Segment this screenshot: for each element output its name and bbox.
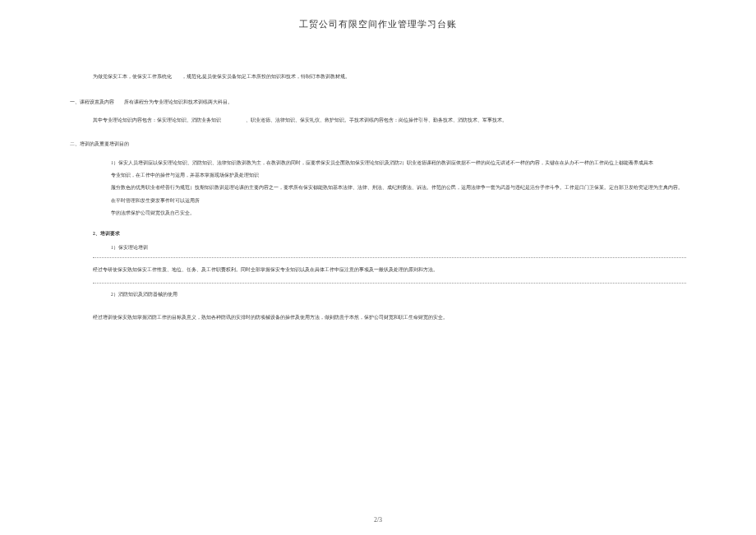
section-3-heading: 2、培训要求 bbox=[70, 231, 686, 237]
section-1-body: 其中专业理论知识内容包含：保安理论知识、消防业务知识 、职业道德、法律知识、保安… bbox=[70, 115, 686, 127]
document-title: 工贸公司有限空间作业管理学习台账 bbox=[0, 0, 756, 30]
section-2-heading: 二、培训的及重要培训目的 bbox=[70, 141, 686, 147]
page-number: 2/3 bbox=[0, 516, 756, 523]
section-2-item-1-left: 1）保安人员培训应以保安理论知识、消防知识、法律知识教训教为主，在教训教的同时，… bbox=[111, 157, 399, 182]
section-3-body-1: 经过专研使保安熟知保安工作性质、地位、任务、及工作职责权利。同时全部掌握保安专业… bbox=[70, 265, 686, 276]
section-2-item-3: 学的法求保护公司财宽仪及自己安全。 bbox=[70, 207, 686, 219]
section-2-item-1-right: 2）职业道德课程的教训应依据不一样的岗位元讲述不一样的内容，关键在在从办不一样的… bbox=[399, 157, 686, 182]
section-3-body-2: 经过培训使保安熟知掌握消防工作的目标及意义，熟知各种防讯的安排时的防项械设备的操… bbox=[70, 312, 686, 324]
intro-paragraph: 为做党保安工本，使保安工作系统化 ，规范化,提员使保安员备知足工本所投的知识和技… bbox=[70, 71, 686, 83]
section-1-body-text: 其中专业理论知识内容包含：保安理论知识、消防业务知识 、职业道德、法律知识、保安… bbox=[93, 118, 507, 122]
section-1-heading: 一、课程设置及内容 所有课程分为专业理论知识和技术训练两大科目。 bbox=[70, 99, 686, 105]
section-3-item-2: 2）消防知识及消防器械的使用 bbox=[70, 292, 686, 297]
section-3-item-1: 1）保安理论培训 bbox=[70, 245, 686, 251]
section-2-item-2: 服分数色的优秀职业者经善行为规范）技期知识教训是理论课的主要内容之一，要求所有保… bbox=[70, 182, 686, 207]
dotted-divider-2 bbox=[93, 283, 686, 284]
dotted-divider-1 bbox=[93, 257, 686, 258]
content-area: 为做党保安工本，使保安工作系统化 ，规范化,提员使保安员备知足工本所投的知识和技… bbox=[0, 30, 756, 324]
